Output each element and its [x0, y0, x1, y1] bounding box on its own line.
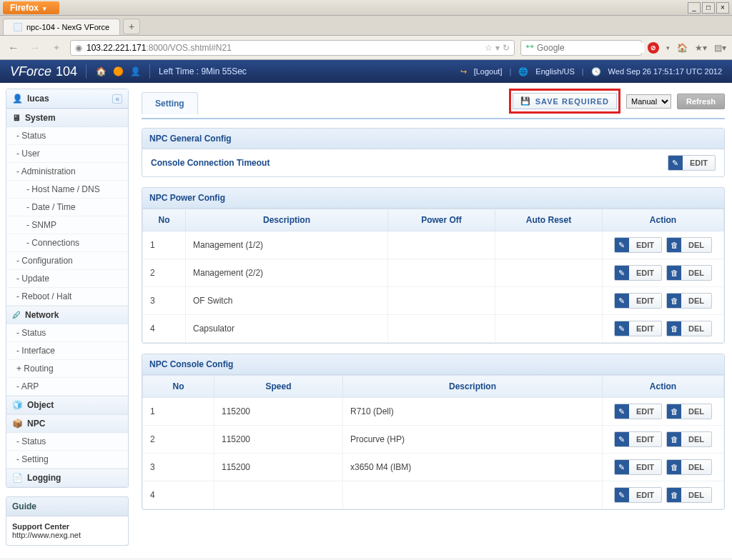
panel-power: NPC Power Config No Description Power Of…	[142, 187, 725, 344]
row-edit-button[interactable]: ✎EDIT	[614, 265, 662, 281]
th-action: Action	[603, 209, 724, 231]
save-required-button[interactable]: 💾 SAVE REQUIRED	[513, 93, 617, 109]
row-edit-button[interactable]: ✎EDIT	[614, 459, 662, 475]
table-row: 2115200Procurve (HP)✎EDIT🗑DEL	[143, 426, 724, 454]
forward-button[interactable]: →	[27, 40, 43, 56]
row-edit-button[interactable]: ✎EDIT	[614, 431, 662, 447]
pencil-icon: ✎	[615, 488, 629, 502]
dev-button[interactable]: ✦	[49, 40, 64, 56]
pencil-icon: ✎	[615, 238, 629, 252]
trash-icon: 🗑	[667, 238, 681, 252]
sidebar-item-reboot[interactable]: - Reboot / Halt	[6, 288, 128, 306]
sidebar-item-administration[interactable]: - Administration	[6, 163, 128, 181]
row-del-button[interactable]: 🗑DEL	[666, 404, 712, 419]
home-nav-icon[interactable]: 🏠	[95, 66, 107, 77]
firefox-tab-strip: npc-104 - NexG VForce +	[0, 16, 732, 36]
th-no: No	[143, 209, 186, 231]
panel-general: NPC General Config Console Connection Ti…	[142, 128, 725, 177]
sidebar-item-status[interactable]: - Status	[6, 127, 128, 145]
adblock-icon[interactable]: ⊘	[648, 42, 659, 54]
row-del-button[interactable]: 🗑DEL	[666, 321, 712, 336]
sidebar-item-net-status[interactable]: - Status	[6, 324, 128, 342]
sidebar-user-header[interactable]: 👤 lucas «	[6, 89, 128, 109]
row-edit-button[interactable]: ✎EDIT	[614, 321, 662, 336]
row-edit-button[interactable]: ✎EDIT	[614, 487, 662, 503]
window-minimize-button[interactable]: _	[688, 2, 701, 14]
row-edit-button[interactable]: ✎EDIT	[614, 293, 662, 309]
sidebar-item-routing[interactable]: + Routing	[6, 360, 128, 378]
row-edit-button[interactable]: ✎EDIT	[614, 404, 662, 419]
url-bar[interactable]: ◉ 103.22.221.171:8000/VOS.shtml#N21 ☆ ▾ …	[70, 40, 515, 56]
new-tab-button[interactable]: +	[123, 19, 140, 34]
menu-list-icon[interactable]: ▤▾	[714, 43, 726, 53]
sidebar-item-interface[interactable]: - Interface	[6, 342, 128, 360]
row-del-button[interactable]: 🗑DEL	[666, 237, 712, 253]
row-del-button[interactable]: 🗑DEL	[666, 459, 712, 475]
bookmarks-icon[interactable]: ★▾	[695, 43, 707, 53]
row-del-button[interactable]: 🗑DEL	[666, 265, 712, 281]
sidebar: 👤 lucas « 🖥 System - Status - User - Adm…	[0, 83, 134, 559]
pencil-icon: ✎	[615, 432, 629, 446]
th-speed: Speed	[214, 376, 343, 398]
browser-tab-active[interactable]: npc-104 - NexG VForce	[3, 19, 120, 35]
sidebar-item-user[interactable]: - User	[6, 145, 128, 163]
row-del-button[interactable]: 🗑DEL	[666, 293, 712, 309]
sidebar-sub-datetime[interactable]: - Date / Time	[6, 199, 128, 216]
panel-console-title: NPC Console Config	[142, 354, 724, 375]
window-close-button[interactable]: ×	[716, 2, 729, 14]
support-url[interactable]: http://www.nexg.net	[12, 531, 81, 539]
tab-setting[interactable]: Setting	[142, 92, 198, 114]
npc-icon: 📦	[12, 419, 23, 429]
back-button[interactable]: ←	[6, 40, 21, 56]
general-edit-button[interactable]: ✎ EDIT	[668, 155, 716, 171]
bookmark-star-icon[interactable]: ☆	[485, 43, 493, 53]
system-icon: 🖥	[12, 113, 21, 123]
firefox-nav-bar: ← → ✦ ◉ 103.22.221.171:8000/VOS.shtml#N2…	[0, 36, 732, 60]
refresh-mode-select[interactable]: Manual	[626, 94, 671, 109]
sidebar-item-npc-setting[interactable]: - Setting	[6, 451, 128, 469]
sidebar-item-configuration[interactable]: - Configuration	[6, 252, 128, 270]
dropdown-arrow-icon[interactable]: ▾	[666, 44, 670, 51]
url-host: 103.22.221.171	[86, 43, 146, 53]
alert-nav-icon[interactable]: 🟠	[112, 66, 124, 77]
sidebar-section-logging[interactable]: 📄 Logging	[6, 469, 128, 487]
dropdown-icon[interactable]: ▾	[495, 43, 500, 53]
reload-button[interactable]: ↻	[503, 43, 510, 53]
logging-icon: 📄	[12, 473, 23, 483]
collapse-sidebar-button[interactable]: «	[112, 94, 122, 104]
logout-link[interactable]: [Logout]	[474, 67, 503, 76]
th-desc: Description	[186, 209, 388, 231]
sidebar-section-object[interactable]: 🧊 Object	[6, 396, 128, 414]
sidebar-item-arp[interactable]: - ARP	[6, 378, 128, 396]
sidebar-item-npc-status[interactable]: - Status	[6, 433, 128, 451]
sidebar-sub-hostname[interactable]: - Host Name / DNS	[6, 181, 128, 199]
row-edit-button[interactable]: ✎EDIT	[614, 237, 662, 253]
language-switch[interactable]: English/US	[535, 67, 574, 76]
row-del-button[interactable]: 🗑DEL	[666, 431, 712, 447]
window-restore-button[interactable]: □	[702, 2, 715, 14]
sidebar-sub-snmp[interactable]: - SNMP	[6, 216, 128, 234]
table-row: 3115200x3650 M4 (IBM)✎EDIT🗑DEL	[143, 454, 724, 481]
search-input[interactable]	[537, 43, 644, 53]
logout-icon: ↪	[460, 67, 467, 76]
sidebar-section-system[interactable]: 🖥 System	[6, 109, 128, 127]
row-del-button[interactable]: 🗑DEL	[666, 487, 712, 503]
refresh-button[interactable]: Refresh	[677, 94, 725, 109]
google-icon: ⁺⁺	[525, 43, 534, 53]
pencil-icon: ✎	[615, 266, 629, 280]
sidebar-section-network[interactable]: 🖊 Network	[6, 306, 128, 324]
sidebar-sub-connections[interactable]: - Connections	[6, 234, 128, 252]
sidebar-section-npc[interactable]: 📦 NPC	[6, 414, 128, 433]
save-icon: 💾	[520, 96, 531, 106]
trash-icon: 🗑	[667, 488, 681, 502]
table-row: 1Management (1/2)✎EDIT🗑DEL	[143, 231, 724, 259]
search-box[interactable]: ⁺⁺ 🔍	[520, 40, 642, 56]
user-nav-icon[interactable]: 👤	[129, 66, 141, 77]
table-row: 3OF Switch✎EDIT🗑DEL	[143, 287, 724, 315]
console-timeout-label: Console Connection Timeout	[151, 158, 269, 168]
firefox-menu-button[interactable]: Firefox	[3, 1, 59, 14]
th-cdesc: Description	[343, 376, 603, 398]
panel-console: NPC Console Config No Speed Description …	[142, 354, 725, 510]
sidebar-item-update[interactable]: - Update	[6, 270, 128, 288]
home-icon[interactable]: 🏠	[677, 43, 688, 53]
